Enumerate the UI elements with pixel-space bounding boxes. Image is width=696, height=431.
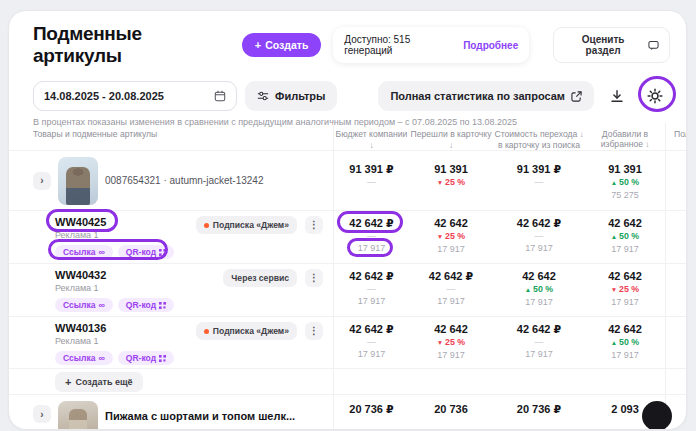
- col-card-visits[interactable]: Перешли в карточку: [409, 123, 493, 151]
- expand-row-button[interactable]: ›: [33, 405, 51, 423]
- sku-title: WW40432: [55, 269, 223, 281]
- table-row-sku-ww40136: WW40136 Реклама 1 Ссылка∞ QR-код П: [9, 317, 686, 369]
- qr-icon: [159, 302, 166, 309]
- link-icon: ∞: [98, 354, 104, 362]
- page-header: Подменные артикулы Создать Доступно: 515…: [33, 29, 670, 61]
- card-visits-cell: 91 391 25 %: [409, 151, 493, 210]
- filters-button[interactable]: Фильтры: [245, 81, 337, 111]
- table-row-product-1: › 0087654321 · autumn-jacket-13242 91 39…: [9, 151, 686, 211]
- create-button-label: Создать: [265, 39, 308, 51]
- sku-cell: WW40432 Реклама 1 Ссылка∞ QR-код Через с…: [33, 264, 333, 316]
- product-cell: › 0087654321 · autumn-jacket-13242: [33, 151, 333, 210]
- card-visits-cell: 42 642 ₽ — 17 917: [409, 264, 493, 316]
- qr-pill[interactable]: QR-код: [118, 298, 174, 312]
- page-title: Подменные артикулы: [33, 23, 230, 67]
- main-panel: Подменные артикулы Создать Доступно: 515…: [8, 10, 687, 430]
- full-stats-label: Полная статистика по запросам: [390, 90, 565, 102]
- rate-section-label: Оценить раздел: [564, 34, 642, 56]
- sku-subtitle: Реклама 1: [55, 230, 196, 241]
- create-more-row: Создать ещё: [9, 369, 686, 395]
- table-row-product-2: › Пижама с шортами и топом шелк... 20 73…: [9, 395, 686, 430]
- transition-cost-cell: 20 736 ₽: [493, 395, 585, 430]
- create-button[interactable]: Создать: [242, 33, 322, 57]
- budget-cell: 42 642 ₽ — 17 917: [333, 317, 409, 368]
- favorites-cell: 42 642 25 % 17 917: [585, 264, 665, 316]
- card-visits-cell: 42 642 25 % 17 917: [409, 211, 493, 263]
- service-badge: Через сервис: [223, 269, 297, 287]
- settings-button[interactable]: [640, 81, 670, 111]
- link-icon: ∞: [98, 301, 104, 309]
- transition-cost-cell: 42 642 50 % 17 917: [493, 264, 585, 316]
- chat-fab[interactable]: [642, 401, 672, 430]
- subscription-badge: Подписка «Джем»: [196, 216, 297, 234]
- subscription-badge: Подписка «Джем»: [196, 322, 297, 340]
- favorites-cell: 42 642 50 % 17 917: [585, 317, 665, 368]
- product-label: Пижама с шортами и топом шелк...: [105, 410, 295, 422]
- feedback-icon: [648, 40, 659, 51]
- expand-row-button[interactable]: ›: [33, 172, 51, 190]
- date-range-picker[interactable]: 14.08.2025 - 20.08.2025: [33, 81, 237, 111]
- favorites-cell: 91 391 50 % 75 275: [585, 151, 665, 210]
- row-menu-button[interactable]: ⋮: [305, 216, 323, 234]
- filters-label: Фильтры: [275, 90, 325, 102]
- sku-subtitle: Реклама 1: [55, 336, 196, 347]
- download-icon: [610, 89, 624, 103]
- link-pill[interactable]: Ссылка∞: [55, 351, 113, 365]
- product-label: 0087654321 · autumn-jacket-13242: [105, 175, 263, 186]
- gear-icon: [647, 88, 663, 104]
- qr-pill[interactable]: QR-код: [118, 245, 174, 259]
- sku-cell: WW40425 Реклама 1 Ссылка∞ QR-код П: [33, 211, 333, 263]
- external-link-icon: [571, 91, 582, 102]
- sku-title: WW40136: [55, 322, 196, 334]
- col-products: Товары и подменные артикулы: [33, 123, 333, 151]
- sku-cell: WW40136 Реклама 1 Ссылка∞ QR-код П: [33, 317, 333, 368]
- generations-available-pill: Доступно: 515 генераций Подробнее: [333, 27, 529, 63]
- sku-subtitle: Реклама 1: [55, 283, 223, 294]
- link-pill[interactable]: Ссылка∞: [55, 298, 113, 312]
- table-row-sku-ww40432: WW40432 Реклама 1 Ссылка∞ QR-код Через с…: [9, 264, 686, 317]
- status-dot-icon: [204, 223, 209, 228]
- full-stats-button[interactable]: Полная статистика по запросам: [378, 81, 594, 111]
- status-dot-icon: [204, 329, 209, 334]
- col-transition-cost[interactable]: Стоимость перехода в карточку из поиска: [493, 123, 585, 151]
- product-image: [58, 157, 98, 205]
- table-header-row: Товары и подменные артикулы Бюджет компа…: [9, 123, 686, 151]
- create-more-button[interactable]: Создать ещё: [55, 372, 143, 392]
- link-icon: ∞: [98, 248, 104, 256]
- budget-cell: 42 642 ₽ — 17 917: [333, 264, 409, 316]
- sliders-icon: [257, 90, 269, 102]
- transition-cost-cell: 91 391 ₽ —: [493, 151, 585, 210]
- download-button[interactable]: [602, 81, 632, 111]
- articles-table: Товары и подменные артикулы Бюджет компа…: [9, 123, 686, 429]
- favorites-cell: 42 642 50 % 17 917: [585, 211, 665, 263]
- qr-pill[interactable]: QR-код: [118, 351, 174, 365]
- card-visits-cell: 20 736: [409, 395, 493, 430]
- details-link[interactable]: Подробнее: [463, 40, 518, 51]
- calendar-icon: [214, 90, 226, 102]
- transition-cost-cell: 42 642 ₽ — 17 917: [493, 211, 585, 263]
- row-menu-button[interactable]: ⋮: [305, 269, 323, 287]
- budget-cell: 91 391 ₽ —: [333, 151, 409, 210]
- col-truncated: Пол: [665, 123, 687, 151]
- budget-cell: 20 736 ₽: [333, 395, 409, 430]
- date-range-value: 14.08.2025 - 20.08.2025: [44, 90, 164, 102]
- product-image: [58, 401, 98, 430]
- plus-icon: [65, 376, 71, 388]
- col-favorites[interactable]: Добавили в избранное: [585, 123, 665, 151]
- product-cell: › Пижама с шортами и топом шелк...: [33, 395, 333, 430]
- generations-available-label: Доступно: 515 генераций: [344, 34, 456, 56]
- qr-icon: [159, 249, 166, 256]
- card-visits-cell: 42 642 25 % 17 917: [409, 317, 493, 368]
- toolbar: 14.08.2025 - 20.08.2025 Фильтры: [33, 81, 670, 111]
- col-budget[interactable]: Бюджет компании: [333, 123, 409, 151]
- sku-title: WW40425: [55, 216, 196, 228]
- table-row-sku-ww40425: WW40425 Реклама 1 Ссылка∞ QR-код П: [9, 211, 686, 264]
- link-pill[interactable]: Ссылка∞: [55, 245, 113, 259]
- transition-cost-cell: 42 642 ₽ — 17 917: [493, 317, 585, 368]
- rate-section-button[interactable]: Оценить раздел: [553, 27, 670, 63]
- budget-cell: 42 642 ₽ — 17 917: [333, 211, 409, 263]
- plus-icon: [255, 39, 261, 51]
- qr-icon: [159, 355, 166, 362]
- row-menu-button[interactable]: ⋮: [305, 322, 323, 340]
